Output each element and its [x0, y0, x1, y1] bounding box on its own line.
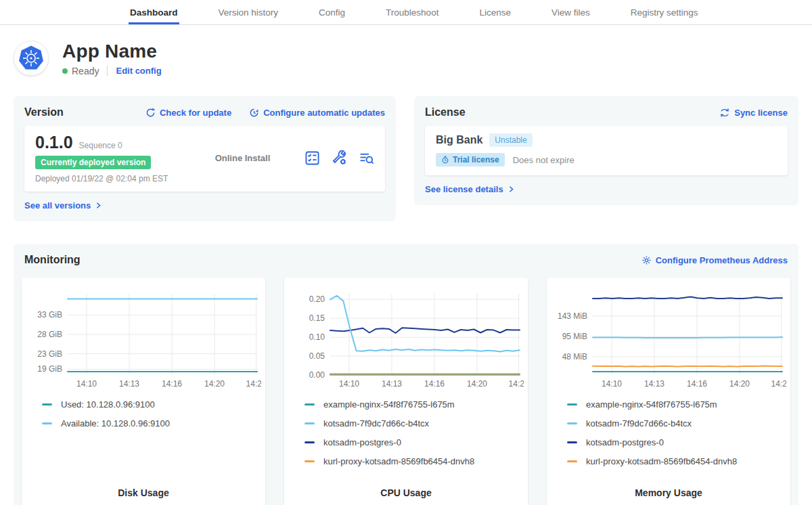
- edit-config-link[interactable]: Edit config: [116, 66, 161, 76]
- deployed-timestamp: Deployed 01/19/22 @ 02:04 pm EST: [35, 174, 194, 183]
- tab-troubleshoot[interactable]: Troubleshoot: [384, 0, 440, 24]
- config-wrench-icon[interactable]: [332, 150, 347, 166]
- legend-swatch: [304, 422, 315, 424]
- logs-search-icon[interactable]: [359, 150, 374, 166]
- tab-view-files[interactable]: View files: [550, 0, 591, 24]
- legend-label: kotsadm-postgres-0: [323, 437, 401, 447]
- app-header: App Name Ready Edit config: [14, 36, 798, 81]
- legend-item: kotsadm-7f9dc7d66c-b4tcx: [567, 418, 790, 429]
- chart-title: Memory Usage: [547, 487, 790, 498]
- see-license-details-label: See license details: [425, 184, 503, 194]
- svg-text:14:23: 14:23: [771, 379, 786, 389]
- svg-text:14:10: 14:10: [339, 379, 359, 389]
- license-card: Big Bank Unstable Trial license Does not…: [425, 126, 788, 175]
- version-number: 0.1.0: [35, 133, 73, 152]
- gear-icon: [641, 255, 652, 265]
- memory-usage-card: 14:1014:1314:1614:2014:23143 MiB95 MiB48…: [547, 278, 790, 505]
- nav-tabs: DashboardVersion historyConfigTroublesho…: [0, 0, 700, 24]
- legend-item: kurl-proxy-kotsadm-8569fb6454-dnvh8: [567, 456, 790, 466]
- legend-swatch: [567, 441, 577, 443]
- svg-text:14:23: 14:23: [246, 379, 261, 389]
- legend-item: kotsadm-7f9dc7d66c-b4tcx: [304, 418, 528, 429]
- version-panel-header: Version Check for update Configure autom…: [24, 106, 385, 118]
- svg-text:14:16: 14:16: [424, 379, 445, 389]
- svg-text:0.00: 0.00: [309, 370, 325, 380]
- version-panel: Version Check for update Configure autom…: [14, 96, 396, 221]
- deployed-version-card: 0.1.0 Sequence 0 Currently deployed vers…: [24, 126, 385, 192]
- svg-text:19 GiB: 19 GiB: [37, 364, 62, 374]
- legend-swatch: [42, 403, 52, 405]
- svg-text:14:16: 14:16: [162, 379, 182, 389]
- divider: [107, 66, 108, 76]
- legend-swatch: [304, 460, 315, 462]
- license-title: License: [425, 106, 466, 118]
- svg-text:0.10: 0.10: [309, 332, 325, 342]
- trial-license-badge: Trial license: [436, 153, 505, 167]
- tab-config[interactable]: Config: [317, 0, 346, 24]
- schedule-update-icon: [249, 108, 259, 118]
- tab-registry-settings[interactable]: Registry settings: [629, 0, 700, 24]
- check-for-update-label: Check for update: [160, 108, 231, 118]
- configure-automatic-updates-link[interactable]: Configure automatic updates: [249, 108, 385, 118]
- deployed-status-badge: Currently deployed version: [35, 156, 151, 169]
- legend-label: kurl-proxy-kotsadm-8569fb6454-dnvh8: [586, 456, 737, 466]
- version-header-links: Check for update Configure automatic upd…: [145, 108, 385, 118]
- cpu-usage-card: 14:1014:1314:1614:2014:230.200.150.100.0…: [284, 278, 528, 505]
- svg-text:14:13: 14:13: [119, 379, 139, 389]
- preflight-checks-icon[interactable]: [304, 150, 320, 166]
- chart-plot: 14:1014:1314:1614:2014:23143 MiB95 MiB48…: [551, 286, 786, 393]
- legend-label: kotsadm-7f9dc7d66c-b4tcx: [586, 418, 692, 429]
- legend-item: example-nginx-54f8f76755-l675m: [304, 399, 528, 410]
- page-body: App Name Ready Edit config Version Check…: [0, 36, 812, 505]
- see-all-versions-link[interactable]: See all versions: [24, 200, 102, 211]
- app-logo: [14, 41, 49, 76]
- top-navigation: DashboardVersion historyConfigTroublesho…: [0, 0, 812, 25]
- sync-license-link[interactable]: Sync license: [719, 108, 788, 118]
- configure-prometheus-link[interactable]: Configure Prometheus Address: [641, 255, 788, 265]
- tab-dashboard[interactable]: Dashboard: [129, 0, 179, 24]
- configure-prometheus-label: Configure Prometheus Address: [656, 255, 788, 265]
- legend-item: Used: 10.128.0.96:9100: [42, 399, 265, 410]
- svg-text:0.20: 0.20: [309, 294, 325, 304]
- check-for-update-link[interactable]: Check for update: [145, 108, 231, 118]
- tab-version-history[interactable]: Version history: [217, 0, 280, 24]
- legend-label: kotsadm-postgres-0: [586, 437, 664, 447]
- legend-swatch: [567, 422, 577, 424]
- svg-text:14:10: 14:10: [602, 379, 622, 389]
- legend-swatch: [304, 403, 315, 405]
- trial-license-label: Trial license: [453, 155, 499, 164]
- legend-swatch: [304, 441, 315, 443]
- svg-text:14:20: 14:20: [204, 379, 225, 389]
- svg-text:14:13: 14:13: [382, 379, 402, 389]
- legend-item: kotsadm-postgres-0: [304, 437, 528, 447]
- sync-icon: [719, 108, 730, 118]
- svg-text:14:10: 14:10: [76, 379, 97, 389]
- chevron-right-icon: [508, 185, 515, 193]
- license-panel: License Sync license Big Bank Unstable: [414, 96, 798, 205]
- license-name: Big Bank: [436, 134, 482, 146]
- svg-text:14:20: 14:20: [467, 379, 487, 389]
- cards-row: Version Check for update Configure autom…: [14, 96, 798, 221]
- app-status-row: Ready Edit config: [62, 66, 162, 76]
- svg-text:95 MiB: 95 MiB: [562, 332, 587, 341]
- chart-plot: 14:1014:1314:1614:2014:230.200.150.100.0…: [288, 286, 524, 393]
- legend-swatch: [567, 403, 577, 405]
- chart-title: Disk Usage: [22, 487, 265, 498]
- tab-license[interactable]: License: [478, 0, 512, 24]
- legend-item: kotsadm-postgres-0: [567, 437, 790, 447]
- install-type-label: Online Install: [194, 153, 291, 163]
- version-info: 0.1.0 Sequence 0 Currently deployed vers…: [35, 133, 194, 183]
- legend-item: example-nginx-54f8f76755-l675m: [567, 399, 790, 410]
- svg-text:23 GiB: 23 GiB: [37, 349, 62, 359]
- disk-usage-card: 14:1014:1314:1614:2014:2333 GiB28 GiB23 …: [22, 278, 265, 505]
- svg-text:14:20: 14:20: [729, 379, 750, 389]
- monitoring-panel: Monitoring Configure Prometheus Address …: [14, 244, 798, 505]
- see-license-details-link[interactable]: See license details: [425, 184, 515, 194]
- chart-legend: Used: 10.128.0.96:9100Available: 10.128.…: [42, 399, 265, 437]
- stopwatch-icon: [441, 156, 449, 164]
- legend-label: kurl-proxy-kotsadm-8569fb6454-dnvh8: [323, 456, 474, 466]
- monitoring-header: Monitoring Configure Prometheus Address: [22, 254, 790, 266]
- legend-swatch: [567, 460, 577, 462]
- legend-item: Available: 10.128.0.96:9100: [42, 418, 265, 429]
- legend-label: example-nginx-54f8f76755-l675m: [323, 399, 455, 410]
